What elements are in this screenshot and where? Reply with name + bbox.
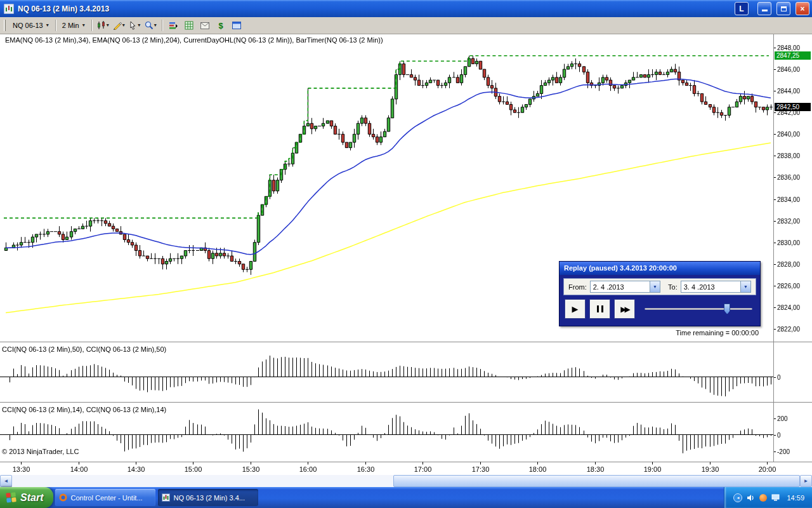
to-date-select[interactable]: 3. 4 .2013 ▼ <box>681 281 751 293</box>
replay-title-bar[interactable]: Replay (paused) 3.4.2013 20:00:00 <box>560 262 760 275</box>
task-button-control-center[interactable]: Control Center - Untit... <box>55 489 155 506</box>
scrollbar-thumb[interactable] <box>393 475 800 487</box>
replay-panel: Replay (paused) 3.4.2013 20:00:00 From: … <box>559 261 761 326</box>
toolbar-separator <box>91 20 92 31</box>
properties-button[interactable] <box>229 18 245 32</box>
pause-button[interactable] <box>589 299 610 319</box>
panel-icon <box>232 22 241 29</box>
combo-arrow-icon[interactable]: ▼ <box>650 281 660 292</box>
instrument-label: NQ 06-13 <box>13 22 43 29</box>
chart-task-icon <box>162 493 170 502</box>
chart-toolbar: NQ 06-13 ▾ 2 Min ▾ ▾ ▾ <box>0 17 812 34</box>
link-button[interactable]: L <box>735 2 749 15</box>
chart-style-button[interactable]: ▾ <box>95 18 111 32</box>
copyright-label: © 2013 NinjaTrader, LLC <box>2 448 79 455</box>
pencil-icon <box>113 21 122 30</box>
window-title: NQ 06-13 (2 Min) 3.4.2013 <box>18 4 730 13</box>
chart-area: EMA(NQ 06-13 (2 Min),34), EMA(NQ 06-13 (… <box>0 34 812 475</box>
start-button[interactable]: Start <box>0 487 53 508</box>
minimize-button[interactable] <box>757 2 771 15</box>
instrument-selector[interactable]: NQ 06-13 ▾ <box>10 20 52 30</box>
account-button[interactable]: $ <box>213 18 229 32</box>
minimize-icon <box>762 6 768 11</box>
fast-forward-button[interactable]: ▶▶ <box>614 299 635 319</box>
play-icon: ▶ <box>572 304 579 314</box>
combo-arrow-icon[interactable]: ▼ <box>740 281 750 292</box>
zoom-button[interactable]: ▾ <box>143 18 159 32</box>
pause-icon <box>597 305 599 312</box>
fast-forward-icon: ▶▶ <box>620 305 628 314</box>
replay-date-range: From: 2. 4 .2013 ▼ To: 3. 4 .2013 ▼ <box>563 278 756 295</box>
indicators-button[interactable] <box>166 18 181 32</box>
start-label: Start <box>20 492 43 504</box>
volume-icon[interactable] <box>747 494 755 502</box>
network-icon[interactable] <box>771 494 780 501</box>
scrollbar-track[interactable] <box>12 475 800 487</box>
data-grid-button[interactable] <box>181 18 197 32</box>
replay-speed-slider[interactable] <box>645 302 755 316</box>
mail-button[interactable] <box>197 18 213 32</box>
chevron-down-icon: ▾ <box>122 23 125 28</box>
cci50-panel-label: CCI(NQ 06-13 (2 Min),50), CCI(NQ 06-13 (… <box>2 345 166 353</box>
task-label: NQ 06-13 (2 Min) 3.4... <box>173 494 245 502</box>
chevron-down-icon: ▾ <box>107 23 109 28</box>
windows-flag-icon <box>6 492 16 503</box>
control-center-icon <box>59 493 67 502</box>
to-label: To: <box>668 283 678 291</box>
from-date-value: 2. 4 .2013 <box>591 283 650 291</box>
indicator-label: EMA(NQ 06-13 (2 Min),34), EMA(NQ 06-13 (… <box>5 36 383 44</box>
magnifier-icon <box>145 21 154 30</box>
horizontal-scrollbar: ◄ ► <box>0 475 812 487</box>
grid-icon <box>185 21 193 30</box>
cursor-button[interactable]: ▾ <box>127 18 143 32</box>
day-high-price-marker: 2847,25 <box>775 51 811 60</box>
cci14-panel-label: CCI(NQ 06-13 (2 Min),14), CCI(NQ 06-13 (… <box>2 406 166 413</box>
chevron-down-icon: ▾ <box>154 23 157 28</box>
scroll-right-button[interactable]: ► <box>800 475 812 487</box>
play-button[interactable]: ▶ <box>565 299 586 319</box>
close-button[interactable]: × <box>796 2 809 15</box>
task-button-chart[interactable]: NQ 06-13 (2 Min) 3.4... <box>158 489 258 506</box>
task-label: Control Center - Untit... <box>70 494 142 502</box>
cursor-icon <box>129 21 137 30</box>
title-bar: NQ 06-13 (2 Min) 3.4.2013 L × <box>0 0 812 17</box>
maximize-button[interactable] <box>776 2 790 15</box>
pause-icon <box>601 305 603 312</box>
window-icon <box>4 4 14 14</box>
ninjatrader-chart-window: NQ 06-13 (2 Min) 3.4.2013 L × NQ 06-13 ▾… <box>0 0 812 508</box>
last-price-marker: 2842,50 <box>775 103 811 111</box>
maximize-icon <box>781 6 787 11</box>
toolbar-separator <box>162 20 162 31</box>
time-remaining-label: Time remaining = 00:00:00 <box>676 329 759 337</box>
slider-track[interactable] <box>645 308 752 310</box>
interval-label: 2 Min <box>62 22 79 29</box>
candlestick-icon <box>97 21 106 30</box>
hide-tray-icons-button[interactable]: ◄ <box>733 493 742 502</box>
replay-title: Replay (paused) 3.4.2013 20:00:00 <box>564 264 677 272</box>
slider-thumb[interactable] <box>724 304 730 314</box>
toolbar-grip[interactable] <box>4 20 6 31</box>
toolbar-separator <box>55 20 56 31</box>
from-date-select[interactable]: 2. 4 .2013 ▼ <box>590 281 660 293</box>
scroll-left-button[interactable]: ◄ <box>0 475 12 487</box>
taskbar-clock: 14:59 <box>787 494 804 502</box>
from-label: From: <box>568 283 587 291</box>
dollar-icon: $ <box>219 21 223 30</box>
taskbar: Start Control Center - Untit... NQ 06-13… <box>0 487 812 508</box>
app-tray-icon[interactable] <box>759 494 767 502</box>
drawing-tools-button[interactable]: ▾ <box>111 18 127 32</box>
interval-selector[interactable]: 2 Min ▾ <box>59 20 88 30</box>
system-tray: ◄ 14:59 <box>724 487 812 508</box>
chevron-down-icon: ▾ <box>138 23 140 28</box>
to-date-value: 3. 4 .2013 <box>681 283 740 291</box>
replay-controls: ▶ ▶▶ <box>560 298 760 319</box>
envelope-icon <box>200 22 209 29</box>
chevron-down-icon: ▾ <box>46 23 49 28</box>
bars-icon <box>169 21 178 30</box>
chevron-down-icon: ▾ <box>82 23 85 28</box>
